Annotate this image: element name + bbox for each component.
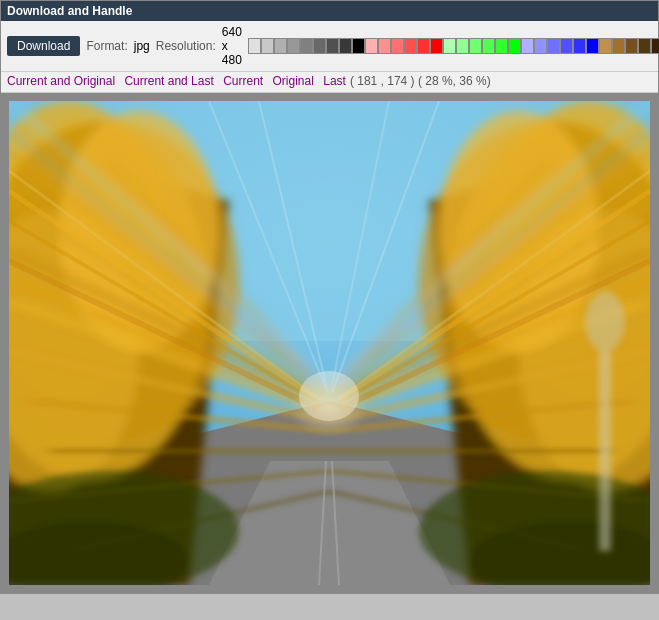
original-link[interactable]: Original — [273, 74, 314, 88]
toolbar: Download Format: jpg Resolution: 640 x 4… — [1, 21, 658, 72]
window-title: Download and Handle — [7, 4, 132, 18]
color-swatch[interactable] — [586, 38, 599, 54]
image-svg — [9, 101, 650, 585]
color-swatch[interactable] — [456, 38, 469, 54]
color-swatch[interactable] — [508, 38, 521, 54]
svg-point-63 — [585, 291, 625, 351]
color-swatch[interactable] — [599, 38, 612, 54]
sep4 — [317, 74, 320, 88]
color-swatch[interactable] — [625, 38, 638, 54]
color-swatch[interactable] — [573, 38, 586, 54]
sep1 — [118, 74, 121, 88]
format-label: Format: — [86, 39, 127, 53]
color-swatch[interactable] — [261, 38, 274, 54]
last-link[interactable]: Last — [323, 74, 346, 88]
color-swatch[interactable] — [534, 38, 547, 54]
main-image — [9, 101, 650, 585]
color-swatch[interactable] — [274, 38, 287, 54]
app-window: Download and Handle Download Format: jpg… — [0, 0, 659, 594]
color-swatch[interactable] — [547, 38, 560, 54]
links-row: Current and Original Current and Last Cu… — [1, 72, 658, 93]
color-swatch[interactable] — [417, 38, 430, 54]
color-swatch[interactable] — [430, 38, 443, 54]
color-swatch[interactable] — [404, 38, 417, 54]
color-swatch[interactable] — [495, 38, 508, 54]
color-swatch[interactable] — [313, 38, 326, 54]
coords-display: ( 181 , 174 ) ( 28 %, 36 %) — [350, 74, 491, 88]
color-swatch[interactable] — [560, 38, 573, 54]
color-swatch[interactable] — [378, 38, 391, 54]
color-swatch[interactable] — [300, 38, 313, 54]
format-value: jpg — [134, 39, 150, 53]
color-swatch[interactable] — [469, 38, 482, 54]
resolution-value: 640 x 480 — [222, 25, 242, 67]
current-link[interactable]: Current — [223, 74, 263, 88]
svg-point-55 — [299, 371, 359, 421]
image-container — [1, 93, 658, 593]
color-swatch[interactable] — [482, 38, 495, 54]
color-swatch[interactable] — [365, 38, 378, 54]
color-swatch[interactable] — [443, 38, 456, 54]
color-swatch[interactable] — [352, 38, 365, 54]
color-swatch[interactable] — [339, 38, 352, 54]
current-and-last-link[interactable]: Current and Last — [124, 74, 213, 88]
color-swatch[interactable] — [638, 38, 651, 54]
color-swatch[interactable] — [651, 38, 659, 54]
title-bar: Download and Handle — [1, 1, 658, 21]
sep3 — [266, 74, 269, 88]
color-swatch[interactable] — [521, 38, 534, 54]
color-swatches — [248, 38, 659, 54]
color-swatch[interactable] — [326, 38, 339, 54]
current-and-original-link[interactable]: Current and Original — [7, 74, 115, 88]
download-button[interactable]: Download — [7, 36, 80, 56]
color-swatch[interactable] — [391, 38, 404, 54]
color-swatch[interactable] — [287, 38, 300, 54]
color-swatch[interactable] — [612, 38, 625, 54]
sep2 — [217, 74, 220, 88]
color-swatch[interactable] — [248, 38, 261, 54]
resolution-label: Resolution: — [156, 39, 216, 53]
